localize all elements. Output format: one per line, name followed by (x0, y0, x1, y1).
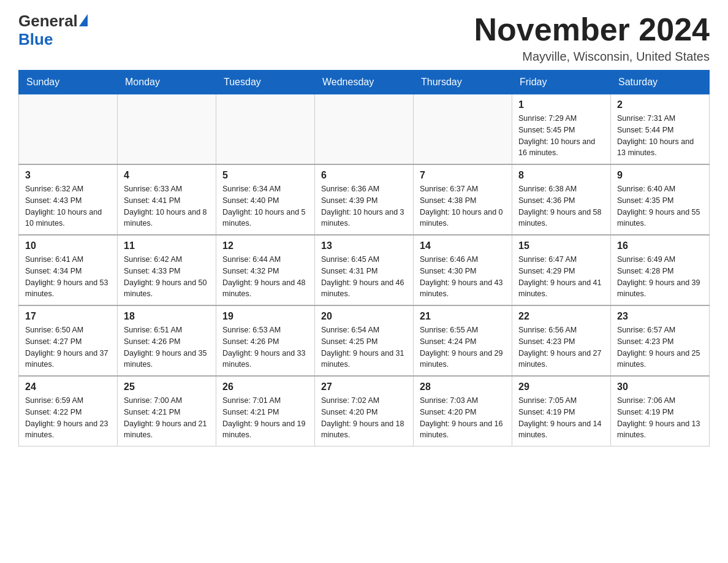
day-number: 15 (518, 240, 604, 251)
calendar-cell (315, 94, 414, 165)
calendar-cell: 10Sunrise: 6:41 AMSunset: 4:34 PMDayligh… (19, 235, 118, 305)
calendar-cell: 16Sunrise: 6:49 AMSunset: 4:28 PMDayligh… (611, 235, 710, 305)
calendar-cell: 1Sunrise: 7:29 AMSunset: 5:45 PMDaylight… (512, 94, 611, 165)
day-of-week-header: Wednesday (315, 71, 414, 94)
day-info: Sunrise: 6:44 AMSunset: 4:32 PMDaylight:… (222, 254, 308, 300)
day-info: Sunrise: 6:54 AMSunset: 4:25 PMDaylight:… (321, 324, 407, 370)
day-number: 16 (617, 240, 703, 251)
day-number: 9 (617, 170, 703, 181)
day-info: Sunrise: 6:33 AMSunset: 4:41 PMDaylight:… (124, 183, 210, 229)
day-number: 30 (617, 381, 703, 393)
calendar-header-row: SundayMondayTuesdayWednesdayThursdayFrid… (19, 71, 710, 94)
day-info: Sunrise: 6:32 AMSunset: 4:43 PMDaylight:… (25, 183, 111, 229)
calendar-cell: 26Sunrise: 7:01 AMSunset: 4:21 PMDayligh… (216, 376, 315, 446)
calendar-cell: 28Sunrise: 7:03 AMSunset: 4:20 PMDayligh… (414, 376, 512, 446)
day-number: 23 (617, 311, 703, 322)
calendar-cell: 23Sunrise: 6:57 AMSunset: 4:23 PMDayligh… (611, 305, 710, 376)
day-number: 7 (420, 170, 506, 181)
day-info: Sunrise: 6:46 AMSunset: 4:30 PMDaylight:… (420, 254, 506, 300)
day-number: 2 (617, 99, 703, 110)
day-info: Sunrise: 7:01 AMSunset: 4:21 PMDaylight:… (222, 395, 308, 441)
calendar-cell: 19Sunrise: 6:53 AMSunset: 4:26 PMDayligh… (216, 305, 315, 376)
day-number: 26 (222, 381, 308, 393)
calendar-cell: 27Sunrise: 7:02 AMSunset: 4:20 PMDayligh… (315, 376, 414, 446)
calendar-cell: 6Sunrise: 6:36 AMSunset: 4:39 PMDaylight… (315, 164, 414, 235)
day-info: Sunrise: 6:53 AMSunset: 4:26 PMDaylight:… (222, 324, 308, 370)
calendar-cell: 3Sunrise: 6:32 AMSunset: 4:43 PMDaylight… (19, 164, 118, 235)
day-info: Sunrise: 6:51 AMSunset: 4:26 PMDaylight:… (124, 324, 210, 370)
day-number: 20 (321, 311, 407, 322)
day-info: Sunrise: 6:41 AMSunset: 4:34 PMDaylight:… (25, 254, 111, 300)
logo: General Blue (18, 12, 88, 49)
day-info: Sunrise: 6:45 AMSunset: 4:31 PMDaylight:… (321, 254, 407, 300)
calendar-cell: 18Sunrise: 6:51 AMSunset: 4:26 PMDayligh… (118, 305, 216, 376)
day-info: Sunrise: 6:55 AMSunset: 4:24 PMDaylight:… (420, 324, 506, 370)
calendar-week-row: 3Sunrise: 6:32 AMSunset: 4:43 PMDaylight… (19, 164, 710, 235)
calendar-cell: 8Sunrise: 6:38 AMSunset: 4:36 PMDaylight… (512, 164, 611, 235)
day-number: 10 (25, 240, 111, 251)
calendar-cell: 7Sunrise: 6:37 AMSunset: 4:38 PMDaylight… (414, 164, 512, 235)
day-of-week-header: Monday (118, 71, 216, 94)
day-of-week-header: Thursday (414, 71, 512, 94)
calendar-cell (216, 94, 315, 165)
day-info: Sunrise: 7:29 AMSunset: 5:45 PMDaylight:… (518, 113, 604, 159)
day-number: 29 (518, 381, 604, 393)
day-info: Sunrise: 6:42 AMSunset: 4:33 PMDaylight:… (124, 254, 210, 300)
day-number: 6 (321, 170, 407, 181)
calendar-cell: 29Sunrise: 7:05 AMSunset: 4:19 PMDayligh… (512, 376, 611, 446)
day-number: 24 (25, 381, 111, 393)
day-number: 14 (420, 240, 506, 251)
day-info: Sunrise: 7:06 AMSunset: 4:19 PMDaylight:… (617, 395, 703, 441)
day-info: Sunrise: 6:34 AMSunset: 4:40 PMDaylight:… (222, 183, 308, 229)
day-info: Sunrise: 6:50 AMSunset: 4:27 PMDaylight:… (25, 324, 111, 370)
logo-general-text: General (18, 12, 88, 30)
day-number: 1 (518, 99, 604, 110)
calendar-cell (118, 94, 216, 165)
day-number: 11 (124, 240, 210, 251)
day-info: Sunrise: 6:38 AMSunset: 4:36 PMDaylight:… (518, 183, 604, 229)
day-number: 17 (25, 311, 111, 322)
day-info: Sunrise: 6:57 AMSunset: 4:23 PMDaylight:… (617, 324, 703, 370)
day-info: Sunrise: 6:59 AMSunset: 4:22 PMDaylight:… (25, 395, 111, 441)
page-header: General Blue November 2024 Mayville, Wis… (18, 12, 710, 64)
day-info: Sunrise: 7:02 AMSunset: 4:20 PMDaylight:… (321, 395, 407, 441)
day-info: Sunrise: 7:31 AMSunset: 5:44 PMDaylight:… (617, 113, 703, 159)
day-number: 18 (124, 311, 210, 322)
day-number: 12 (222, 240, 308, 251)
calendar-cell: 20Sunrise: 6:54 AMSunset: 4:25 PMDayligh… (315, 305, 414, 376)
day-of-week-header: Friday (512, 71, 611, 94)
calendar-cell: 22Sunrise: 6:56 AMSunset: 4:23 PMDayligh… (512, 305, 611, 376)
day-number: 21 (420, 311, 506, 322)
day-info: Sunrise: 6:49 AMSunset: 4:28 PMDaylight:… (617, 254, 703, 300)
day-info: Sunrise: 6:37 AMSunset: 4:38 PMDaylight:… (420, 183, 506, 229)
location-text: Mayville, Wisconsin, United States (474, 50, 710, 64)
calendar-cell: 24Sunrise: 6:59 AMSunset: 4:22 PMDayligh… (19, 376, 118, 446)
calendar-cell: 2Sunrise: 7:31 AMSunset: 5:44 PMDaylight… (611, 94, 710, 165)
day-number: 3 (25, 170, 111, 181)
calendar-cell: 25Sunrise: 7:00 AMSunset: 4:21 PMDayligh… (118, 376, 216, 446)
calendar-cell: 11Sunrise: 6:42 AMSunset: 4:33 PMDayligh… (118, 235, 216, 305)
day-info: Sunrise: 7:03 AMSunset: 4:20 PMDaylight:… (420, 395, 506, 441)
calendar-week-row: 24Sunrise: 6:59 AMSunset: 4:22 PMDayligh… (19, 376, 710, 446)
day-of-week-header: Tuesday (216, 71, 315, 94)
calendar-cell: 14Sunrise: 6:46 AMSunset: 4:30 PMDayligh… (414, 235, 512, 305)
logo-triangle-icon (79, 14, 88, 26)
day-number: 4 (124, 170, 210, 181)
calendar-cell: 21Sunrise: 6:55 AMSunset: 4:24 PMDayligh… (414, 305, 512, 376)
calendar-week-row: 10Sunrise: 6:41 AMSunset: 4:34 PMDayligh… (19, 235, 710, 305)
calendar-cell: 4Sunrise: 6:33 AMSunset: 4:41 PMDaylight… (118, 164, 216, 235)
calendar-table: SundayMondayTuesdayWednesdayThursdayFrid… (18, 70, 710, 446)
title-section: November 2024 Mayville, Wisconsin, Unite… (474, 12, 710, 64)
logo-blue-text: Blue (18, 30, 53, 49)
day-of-week-header: Saturday (611, 71, 710, 94)
calendar-cell: 9Sunrise: 6:40 AMSunset: 4:35 PMDaylight… (611, 164, 710, 235)
calendar-week-row: 17Sunrise: 6:50 AMSunset: 4:27 PMDayligh… (19, 305, 710, 376)
calendar-cell: 15Sunrise: 6:47 AMSunset: 4:29 PMDayligh… (512, 235, 611, 305)
day-of-week-header: Sunday (19, 71, 118, 94)
day-number: 13 (321, 240, 407, 251)
calendar-cell (19, 94, 118, 165)
day-info: Sunrise: 7:00 AMSunset: 4:21 PMDaylight:… (124, 395, 210, 441)
day-number: 22 (518, 311, 604, 322)
calendar-cell (414, 94, 512, 165)
calendar-cell: 12Sunrise: 6:44 AMSunset: 4:32 PMDayligh… (216, 235, 315, 305)
